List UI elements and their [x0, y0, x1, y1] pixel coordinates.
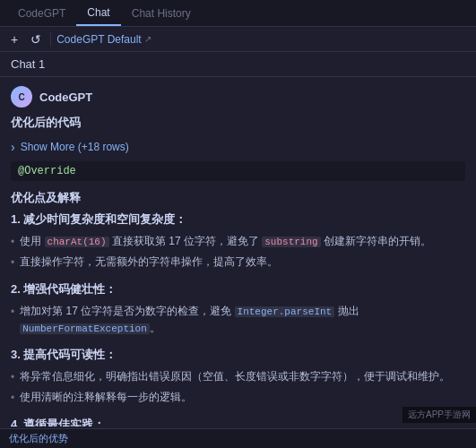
inline-code-blue: Integer.parseInt — [235, 306, 335, 317]
chat-title: Chat 1 — [11, 57, 45, 71]
bot-name: CodeGPT — [39, 90, 92, 104]
bullet-text: 将异常信息细化，明确指出错误原因（空值、长度错误或非数字字符），便于调试和维护。 — [20, 368, 450, 384]
tab-chat-history-label: Chat History — [132, 7, 191, 20]
show-more-button[interactable]: Show More (+18 rows) — [11, 136, 465, 158]
list-item: 增加对第 17 位字符是否为数字的检查，避免 Integer.parseInt … — [11, 303, 465, 336]
section-3-bullets: 将异常信息细化，明确指出错误原因（空值、长度错误或非数字字符），便于调试和维护。… — [11, 368, 465, 406]
bot-row: C CodeGPT — [11, 86, 465, 108]
section-4-title: 4. 遵循最佳实践： — [11, 417, 465, 426]
analysis-title: 优化点及解释 — [11, 190, 465, 206]
inline-code: substring — [262, 237, 320, 247]
provider-label: CodeGPT Default — [56, 33, 142, 46]
tab-codegpt-label: CodeGPT — [18, 7, 65, 20]
bottom-label: 优化后的优势 — [9, 432, 68, 445]
tab-chat-history[interactable]: Chat History — [121, 0, 202, 26]
section-2-num: 2. — [11, 282, 23, 296]
section-1-title: 1. 减少时间复杂度和空间复杂度： — [11, 211, 465, 228]
inline-code-blue: NumberFormatException — [20, 323, 150, 334]
tab-bar: CodeGPT Chat Chat History — [0, 0, 476, 27]
watermark: 远方APP手游网 — [402, 407, 476, 423]
section-1-num: 1. — [11, 212, 23, 226]
tab-chat[interactable]: Chat — [76, 0, 120, 26]
bullet-text: 增加对第 17 位字符是否为数字的检查，避免 Integer.parseInt … — [20, 303, 465, 336]
bullet-text: 使用 charAt(16) 直接获取第 17 位字符，避免了 substring… — [20, 233, 431, 250]
back-icon: ↺ — [30, 32, 41, 47]
tab-codegpt[interactable]: CodeGPT — [7, 0, 76, 26]
bottom-bar: 优化后的优势 — [0, 428, 476, 448]
bullet-text: 直接操作字符，无需额外的字符串操作，提高了效率。 — [20, 254, 278, 270]
section-2-label: 增强代码健壮性： — [23, 282, 117, 296]
toolbar-separator — [50, 32, 51, 47]
section-1-bullets: 使用 charAt(16) 直接获取第 17 位字符，避免了 substring… — [11, 233, 465, 271]
section-1-label: 减少时间复杂度和空间复杂度： — [23, 212, 186, 226]
section-1: 1. 减少时间复杂度和空间复杂度： 使用 charAt(16) 直接获取第 17… — [11, 211, 465, 271]
section-3: 3. 提高代码可读性： 将异常信息细化，明确指出错误原因（空值、长度错误或非数字… — [11, 347, 465, 406]
section-3-num: 3. — [11, 348, 23, 361]
section-4-num: 4. — [11, 418, 23, 426]
list-item: 直接操作字符，无需额外的字符串操作，提高了效率。 — [11, 254, 465, 271]
add-button[interactable]: + — [7, 30, 22, 48]
toolbar: + ↺ CodeGPT Default ↗ — [0, 27, 476, 52]
provider-label-container[interactable]: CodeGPT Default ↗ — [56, 33, 151, 46]
section-3-label: 提高代码可读性： — [23, 348, 117, 361]
list-item: 将异常信息细化，明确指出错误原因（空值、长度错误或非数字字符），便于调试和维护。 — [11, 368, 465, 385]
provider-arrow-icon: ↗ — [144, 34, 151, 44]
list-item: 使用 charAt(16) 直接获取第 17 位字符，避免了 substring… — [11, 233, 465, 250]
add-icon: + — [11, 32, 18, 47]
section-2-title: 2. 增强代码健壮性： — [11, 281, 465, 297]
section-2: 2. 增强代码健壮性： 增加对第 17 位字符是否为数字的检查，避免 Integ… — [11, 281, 465, 336]
main-content[interactable]: C CodeGPT 优化后的代码 Show More (+18 rows) @O… — [0, 77, 476, 426]
section-3-title: 3. 提高代码可读性： — [11, 347, 465, 363]
code-override-line: @Override — [11, 161, 465, 181]
code-override-text: @Override — [18, 165, 76, 177]
tab-chat-label: Chat — [87, 6, 109, 19]
list-item: 使用清晰的注释解释每一步的逻辑。 — [11, 389, 465, 406]
show-more-label: Show More (+18 rows) — [21, 141, 129, 153]
back-button[interactable]: ↺ — [27, 30, 45, 48]
bullet-text: 使用清晰的注释解释每一步的逻辑。 — [20, 389, 192, 405]
inline-code: charAt(16) — [45, 237, 109, 247]
section-code-title: 优化后的代码 — [11, 115, 465, 131]
section-2-bullets: 增加对第 17 位字符是否为数字的检查，避免 Integer.parseInt … — [11, 303, 465, 336]
avatar: C — [11, 86, 32, 108]
section-4: 4. 遵循最佳实践： 避免硬编码逻辑，直接操作字符，使代码更简洁。 将逻辑拆分为… — [11, 417, 465, 426]
chat-title-bar: Chat 1 — [0, 52, 476, 77]
section-4-label: 遵循最佳实践： — [23, 418, 105, 426]
